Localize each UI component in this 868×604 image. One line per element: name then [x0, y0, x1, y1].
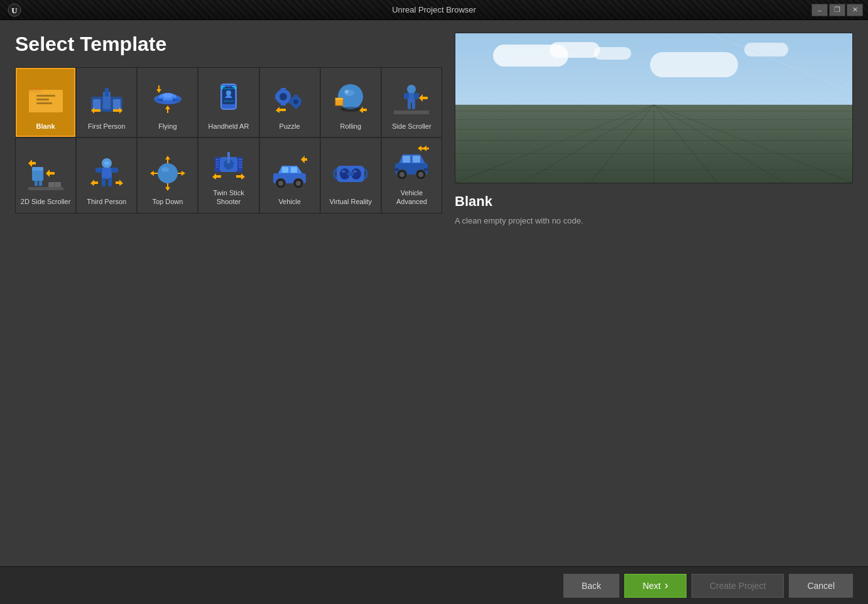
template-icon-vehicle — [269, 153, 310, 193]
template-item-vehicle-advanced[interactable]: Vehicle Advanced — [382, 138, 442, 213]
svg-point-38 — [407, 85, 416, 94]
template-icon-top-down — [148, 153, 188, 193]
template-icon-side-scroller — [391, 78, 431, 118]
template-icon-blank — [26, 78, 66, 118]
main-content: Select Template — [0, 20, 868, 604]
svg-point-60 — [161, 167, 169, 172]
window-controls: – ❐ ✕ — [811, 4, 863, 16]
svg-line-110 — [708, 33, 852, 92]
svg-rect-47 — [35, 181, 38, 186]
ue-logo-icon: U — [8, 3, 21, 17]
template-item-vehicle[interactable]: Vehicle — [260, 138, 320, 213]
template-item-rolling[interactable]: Rolling — [321, 68, 381, 137]
template-label-2d-side-scroller: 2D Side Scroller — [21, 197, 70, 206]
svg-point-53 — [104, 161, 109, 165]
template-item-2d-side-scroller[interactable]: 2D Side Scroller — [16, 138, 75, 213]
template-label-rolling: Rolling — [340, 122, 361, 131]
svg-rect-57 — [102, 178, 106, 186]
svg-rect-90 — [395, 168, 399, 171]
svg-point-18 — [226, 90, 231, 95]
title-bar: U Unreal Project Browser – ❐ ✕ — [0, 0, 868, 20]
svg-rect-55 — [95, 168, 102, 173]
svg-rect-26 — [287, 94, 290, 99]
svg-rect-54 — [102, 168, 112, 179]
template-item-blank[interactable]: Blank — [16, 68, 75, 137]
template-item-top-down[interactable]: Top Down — [138, 138, 197, 213]
template-label-flying: Flying — [158, 122, 176, 131]
template-item-twin-stick-shooter[interactable]: Twin Stick Shooter — [198, 138, 258, 213]
svg-point-85 — [353, 170, 357, 173]
template-label-blank: Blank — [36, 122, 55, 131]
template-label-vehicle-advanced: Vehicle Advanced — [386, 188, 438, 207]
svg-rect-89 — [413, 156, 420, 163]
footer: Back Next › Create Project Cancel — [0, 566, 868, 604]
template-item-flying[interactable]: Flying — [138, 68, 197, 137]
right-panel: Blank A clean empty project with no code… — [455, 33, 853, 554]
svg-rect-4 — [29, 90, 63, 112]
maximize-button[interactable]: ❐ — [829, 4, 845, 16]
close-button[interactable]: ✕ — [847, 4, 863, 16]
svg-point-35 — [340, 107, 361, 112]
preview-image — [455, 33, 853, 183]
svg-rect-24 — [281, 102, 286, 105]
svg-point-78 — [278, 181, 283, 186]
svg-point-28 — [293, 99, 298, 104]
svg-rect-88 — [403, 156, 410, 163]
template-icon-2d-side-scroller — [26, 153, 66, 193]
svg-point-93 — [399, 172, 404, 177]
template-label-handheld-ar: Handheld AR — [209, 122, 249, 131]
svg-line-111 — [725, 33, 852, 85]
template-label-puzzle: Puzzle — [279, 122, 300, 131]
page-body: Select Template — [0, 20, 868, 566]
template-label-third-person: Third Person — [87, 197, 126, 206]
template-item-side-scroller[interactable]: Side Scroller — [382, 68, 442, 137]
svg-rect-37 — [335, 98, 343, 100]
svg-point-59 — [158, 163, 178, 183]
svg-rect-58 — [108, 178, 112, 186]
next-label: Next — [643, 581, 661, 591]
preview-description: A clean empty project with no code. — [455, 215, 853, 227]
svg-rect-44 — [394, 111, 429, 114]
page-title: Select Template — [15, 33, 442, 56]
svg-rect-46 — [32, 167, 43, 171]
create-project-button: Create Project — [692, 574, 784, 598]
svg-point-15 — [163, 93, 173, 98]
template-label-twin-stick-shooter: Twin Stick Shooter — [202, 188, 254, 207]
template-label-side-scroller: Side Scroller — [392, 122, 431, 131]
svg-rect-6 — [36, 99, 49, 100]
template-icon-flying — [148, 78, 188, 118]
svg-rect-86 — [347, 172, 354, 176]
svg-rect-42 — [408, 102, 411, 109]
template-item-third-person[interactable]: Third Person — [77, 138, 136, 213]
template-icon-third-person — [87, 153, 127, 193]
template-item-first-person[interactable]: First Person — [77, 68, 136, 137]
svg-rect-41 — [414, 93, 419, 99]
minimize-button[interactable]: – — [811, 4, 828, 16]
template-icon-first-person — [87, 78, 127, 118]
svg-rect-48 — [39, 181, 42, 186]
svg-rect-75 — [282, 167, 288, 173]
cancel-button[interactable]: Cancel — [789, 574, 853, 598]
svg-rect-23 — [281, 88, 286, 91]
svg-rect-31 — [289, 100, 291, 104]
template-label-virtual-reality: Virtual Reality — [329, 197, 372, 206]
back-button[interactable]: Back — [563, 574, 619, 598]
svg-rect-7 — [36, 102, 52, 104]
window-title: Unreal Project Browser — [392, 5, 476, 14]
template-icon-virtual-reality — [330, 153, 371, 193]
next-button[interactable]: Next › — [624, 574, 686, 598]
svg-rect-29 — [294, 95, 298, 97]
svg-rect-5 — [36, 95, 55, 97]
svg-rect-40 — [404, 93, 409, 99]
svg-rect-91 — [424, 168, 428, 171]
template-label-top-down: Top Down — [152, 197, 183, 206]
template-item-virtual-reality[interactable]: Virtual Reality — [321, 138, 381, 213]
template-icon-handheld-ar — [209, 78, 249, 118]
template-item-handheld-ar[interactable]: Handheld AR — [198, 68, 258, 137]
svg-rect-12 — [105, 88, 109, 97]
svg-rect-25 — [275, 94, 278, 99]
template-icon-rolling — [330, 78, 371, 118]
svg-text:U: U — [11, 6, 18, 15]
svg-point-34 — [345, 90, 349, 94]
template-item-puzzle[interactable]: Puzzle — [260, 68, 320, 137]
